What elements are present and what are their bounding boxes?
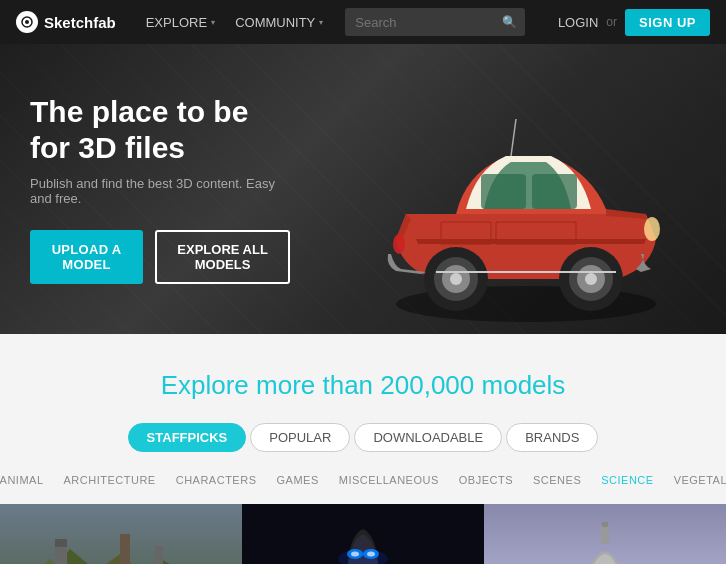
- svg-rect-26: [155, 546, 163, 564]
- community-chevron-icon: ▾: [319, 18, 323, 27]
- cat-animal[interactable]: ANIMAL: [0, 470, 54, 490]
- logo-icon: [16, 11, 38, 33]
- category-filter: 3D SCANS ANIMAL ARCHITECTURE CHARACTERS …: [20, 470, 706, 490]
- tab-staffpicks[interactable]: STAFFPICKS: [128, 423, 247, 452]
- model-grid: [0, 504, 726, 564]
- cat-miscellaneous[interactable]: MISCELLANEOUS: [329, 470, 449, 490]
- cat-architecture[interactable]: ARCHITECTURE: [54, 470, 166, 490]
- search-form: 🔍: [345, 8, 525, 36]
- explore-title: Explore more than 200,000 models: [20, 370, 706, 401]
- svg-rect-48: [602, 522, 608, 527]
- nav-community[interactable]: COMMUNITY ▾: [225, 0, 333, 44]
- search-icon: 🔍: [502, 15, 517, 29]
- cat-scenes[interactable]: SCENES: [523, 470, 591, 490]
- svg-point-8: [450, 273, 462, 285]
- svg-point-1: [25, 20, 29, 24]
- tab-popular[interactable]: POPULAR: [250, 423, 350, 452]
- search-input[interactable]: [345, 8, 525, 36]
- cat-games[interactable]: GAMES: [266, 470, 328, 490]
- svg-rect-3: [481, 174, 526, 209]
- nav-or-label: or: [606, 15, 617, 29]
- svg-rect-24: [55, 539, 67, 547]
- filter-tabs: STAFFPICKS POPULAR DOWNLOADABLE BRANDS: [20, 423, 706, 452]
- model-card-turret[interactable]: [484, 504, 726, 564]
- cat-objects[interactable]: OBJECTS: [449, 470, 523, 490]
- brand-name: Sketchfab: [44, 14, 116, 31]
- svg-point-12: [585, 273, 597, 285]
- svg-rect-4: [532, 174, 577, 209]
- hero-buttons: UPLOAD A MODEL EXPLORE ALL MODELS: [30, 230, 290, 284]
- model-card-ruins[interactable]: [0, 504, 242, 564]
- brand-logo[interactable]: Sketchfab: [16, 11, 116, 33]
- hero-title: The place to be for 3D files: [30, 94, 290, 166]
- hero-content: The place to be for 3D files Publish and…: [0, 44, 320, 314]
- model-card-robot[interactable]: [242, 504, 484, 564]
- explore-chevron-icon: ▾: [211, 18, 215, 27]
- hero-subtitle: Publish and find the best 3D content. Ea…: [30, 176, 290, 206]
- cat-vegetal[interactable]: VEGETAL: [664, 470, 726, 490]
- cat-characters[interactable]: CHARACTERS: [166, 470, 267, 490]
- svg-point-13: [644, 217, 660, 241]
- nav-explore[interactable]: EXPLORE ▾: [136, 0, 225, 44]
- explore-section: Explore more than 200,000 models STAFFPI…: [0, 334, 726, 490]
- explore-models-button[interactable]: EXPLORE ALL MODELS: [155, 230, 290, 284]
- hero-car-illustration: [336, 54, 696, 334]
- svg-rect-25: [120, 534, 130, 564]
- nav-menu: EXPLORE ▾ COMMUNITY ▾: [136, 0, 334, 44]
- tab-brands[interactable]: BRANDS: [506, 423, 598, 452]
- svg-point-14: [393, 234, 405, 254]
- signup-button[interactable]: SIGN UP: [625, 9, 710, 36]
- cat-science[interactable]: SCIENCE: [591, 470, 663, 490]
- hero-section: The place to be for 3D files Publish and…: [0, 44, 726, 334]
- nav-right: LOGIN or SIGN UP: [558, 9, 710, 36]
- upload-model-button[interactable]: UPLOAD A MODEL: [30, 230, 143, 284]
- svg-line-15: [511, 119, 516, 156]
- tab-downloadable[interactable]: DOWNLOADABLE: [354, 423, 502, 452]
- navbar: Sketchfab EXPLORE ▾ COMMUNITY ▾ 🔍 LOGIN …: [0, 0, 726, 44]
- login-button[interactable]: LOGIN: [558, 15, 598, 30]
